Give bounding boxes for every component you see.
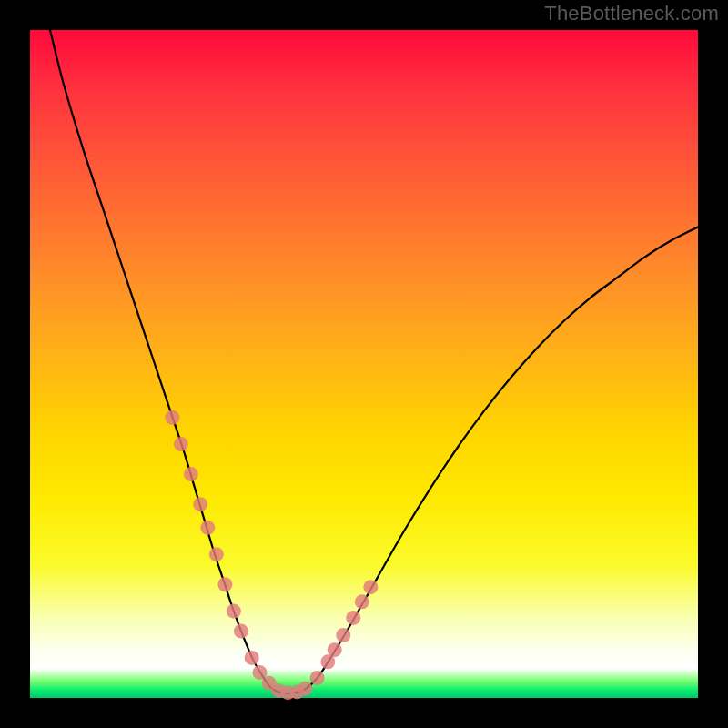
curve-marker	[310, 671, 325, 685]
curve-marker	[227, 604, 241, 619]
curve-marker	[193, 497, 207, 511]
curve-marker	[184, 467, 198, 481]
curve-marker	[245, 651, 259, 665]
curve-marker	[355, 594, 369, 609]
watermark-text: TheBottleneck.com	[544, 2, 719, 25]
curve-marker	[363, 580, 378, 594]
curve-markers	[165, 410, 378, 700]
curve-marker	[346, 611, 360, 625]
curve-marker	[165, 410, 179, 425]
bottleneck-curve	[50, 30, 698, 693]
plot-area	[30, 30, 698, 698]
curve-marker	[217, 577, 232, 592]
chart-stage: TheBottleneck.com	[0, 0, 728, 728]
curve-marker	[234, 624, 248, 639]
curve-marker	[328, 642, 342, 657]
curve-marker	[174, 437, 188, 451]
curve-marker	[209, 547, 224, 561]
curve-marker	[298, 682, 312, 696]
curve-svg	[30, 30, 698, 698]
curve-marker	[336, 628, 350, 642]
curve-marker	[200, 521, 215, 535]
